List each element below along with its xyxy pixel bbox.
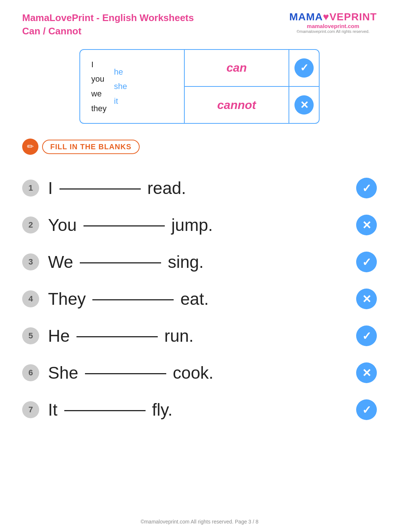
exercise-verb: run. (164, 326, 194, 346)
exercise-blank (64, 408, 146, 411)
exercise-subject: It (48, 400, 58, 420)
exercise-number: 7 (22, 401, 39, 418)
cannot-label: cannot (217, 98, 256, 112)
exercise-subject: He (48, 326, 70, 346)
exercise-subject: We (48, 252, 73, 272)
exercise-verb: fly. (152, 400, 173, 420)
exercise-subject: She (48, 363, 78, 383)
exercise-number: 2 (22, 216, 39, 233)
exercise-number: 4 (22, 290, 39, 307)
exercise-verb: sing. (168, 252, 204, 272)
page-footer: ©mamaloveprint.com All rights reserved. … (0, 519, 399, 525)
exercise-blank (80, 260, 161, 263)
check-icon: ✓ (294, 58, 314, 78)
cross-icon: ✕ (294, 95, 314, 115)
exercise-item: 6Shecook.✕ (22, 354, 377, 391)
exercise-subject: They (48, 289, 86, 309)
exercise-blank (59, 187, 141, 190)
exercise-number: 1 (22, 180, 39, 197)
exercise-sentence: Iread. (48, 178, 347, 198)
check-icon: ✓ (356, 399, 377, 420)
exercise-verb: cook. (173, 363, 214, 383)
pencil-icon: ✏ (22, 139, 38, 155)
footer-text: ©mamaloveprint.com All rights reserved. … (140, 519, 258, 525)
page-header: MamaLovePrint - English Worksheets Can /… (22, 11, 377, 38)
exercise-sentence: Youjump. (48, 215, 347, 235)
exercise-verb: jump. (171, 215, 213, 235)
exercise-blank (92, 297, 174, 300)
check-icon: ✓ (356, 178, 377, 198)
exercise-sentence: Itfly. (48, 400, 347, 420)
fill-label: FILL IN THE BLANKS (42, 140, 140, 154)
grammar-table-inner: I you we they he she it can ✓ (80, 50, 319, 123)
exercises-list: 1Iread.✓2Youjump.✕3Wesing.✓4Theyeat.✕5He… (22, 170, 377, 428)
grammar-table: I you we they he she it can ✓ (79, 49, 320, 124)
pronouns-left: I you we they (91, 57, 107, 116)
cross-cell: ✕ (289, 87, 319, 123)
exercise-number: 6 (22, 364, 39, 381)
cross-icon: ✕ (356, 289, 377, 309)
can-label: can (226, 61, 247, 75)
exercise-blank (76, 334, 158, 337)
cross-icon: ✕ (356, 215, 377, 235)
exercise-verb: read. (147, 178, 186, 198)
fill-badge: ✏ FILL IN THE BLANKS (22, 139, 377, 155)
exercise-item: 1Iread.✓ (22, 170, 377, 207)
pronouns-cell: I you we they he she it (80, 50, 185, 123)
exercise-sentence: Shecook. (48, 363, 347, 383)
exercise-verb: eat. (180, 289, 209, 309)
exercise-number: 3 (22, 253, 39, 270)
can-cell: can (185, 50, 289, 87)
logo-copy: ©mamaloveprint.com All rights reserved. (289, 29, 377, 34)
grammar-table-wrapper: I you we they he she it can ✓ (22, 49, 377, 124)
check-icon: ✓ (356, 252, 377, 272)
exercise-subject: You (48, 215, 77, 235)
exercise-item: 2Youjump.✕ (22, 207, 377, 243)
exercise-item: 3Wesing.✓ (22, 243, 377, 280)
logo-sub: mamaloveprint.com (289, 23, 377, 29)
check-cell: ✓ (289, 50, 319, 87)
exercise-sentence: Herun. (48, 326, 347, 346)
exercise-number: 5 (22, 327, 39, 344)
exercise-item: 5Herun.✓ (22, 317, 377, 354)
exercise-item: 4Theyeat.✕ (22, 280, 377, 317)
exercise-blank (83, 224, 165, 226)
page-title: MamaLovePrint - English Worksheets Can /… (22, 11, 194, 38)
exercise-subject: I (48, 178, 53, 198)
check-icon: ✓ (356, 325, 377, 346)
cross-icon: ✕ (356, 362, 377, 383)
exercise-blank (85, 371, 166, 374)
exercise-sentence: Wesing. (48, 252, 347, 272)
pronouns-right: he she it (114, 65, 127, 109)
exercise-sentence: Theyeat. (48, 289, 347, 309)
exercise-item: 7Itfly.✓ (22, 391, 377, 428)
logo: MAMA♥VEPRINT mamaloveprint.com ©mamalove… (289, 11, 377, 34)
cannot-cell: cannot (185, 87, 289, 123)
logo-text: MAMA♥VEPRINT (289, 11, 377, 23)
